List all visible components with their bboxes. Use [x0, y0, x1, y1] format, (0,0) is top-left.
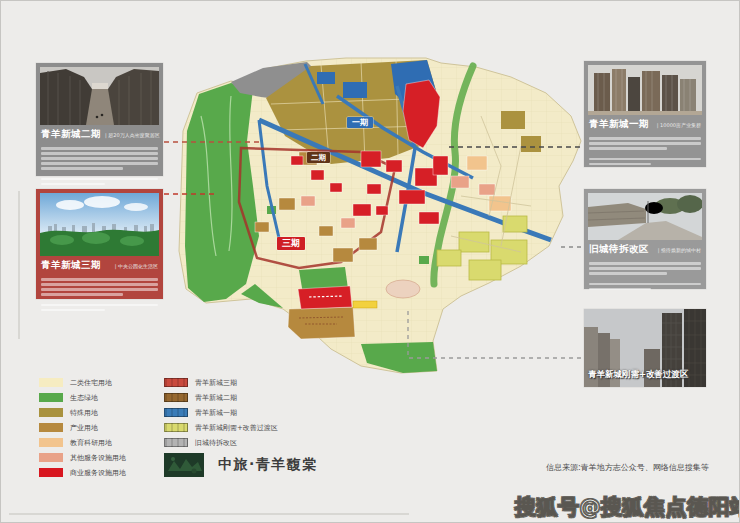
planning-map: [171, 56, 589, 376]
card-body-text: [36, 142, 163, 185]
legend-label: 青羊新城一期: [195, 408, 237, 418]
legend-swatch: [39, 408, 63, 417]
card-subtitle: | 10000亩产业集群: [657, 122, 701, 128]
card-oldtown: 旧城待拆改区 | 亟待焕新的城中村: [584, 189, 706, 289]
map-label-phase3: 三期: [277, 237, 305, 250]
card-phase1: 青羊新城一期 | 10000亩产业集群: [584, 61, 706, 167]
watermark-text: 搜狐号@搜狐焦点德阳站: [515, 493, 740, 521]
legend-item: 青羊新城刚需+改善过渡区: [164, 420, 278, 435]
logo-image: [164, 453, 204, 477]
card-title: 青羊新城一期: [589, 118, 649, 131]
phase1-photo: [588, 65, 702, 115]
legend-swatch: [164, 423, 188, 432]
legend-label: 其他服务设施用地: [70, 453, 126, 463]
legend-label: 二类住宅用地: [70, 378, 112, 388]
card-body-text: [584, 132, 706, 165]
legend-label: 青羊新城刚需+改善过渡区: [195, 423, 278, 433]
card-subtitle: | 超20万人高密度聚居区: [105, 132, 160, 138]
legend-swatch: [164, 408, 188, 417]
logo-text: 中旅·青羊馥棠: [218, 456, 318, 474]
legend-item: 特殊用地: [39, 405, 126, 420]
brand-logo: 中旅·青羊馥棠: [164, 453, 318, 477]
edge-micro-text-left: [18, 191, 20, 339]
phase3-photo: [40, 193, 159, 256]
card-transition: 青羊新城刚需+改善过渡区: [584, 309, 706, 387]
legend-label: 生态绿地: [70, 393, 98, 403]
legend-item: 青羊新城二期: [164, 390, 278, 405]
transition-caption: 青羊新城刚需+改善过渡区: [584, 369, 706, 381]
legend-label: 特殊用地: [70, 408, 98, 418]
legend-label: 商业服务设施用地: [70, 468, 126, 478]
legend-swatch: [39, 423, 63, 432]
card-body-text: [36, 273, 163, 311]
card-phase3: 青羊新城三期 | 中央公园化生活区: [36, 189, 163, 299]
legend-swatch: [164, 378, 188, 387]
legend-phases: 青羊新城三期 青羊新城二期 青羊新城一期 青羊新城刚需+改善过渡区 旧城待拆改区: [164, 375, 278, 450]
map-label-phase2: 二期: [307, 152, 330, 163]
card-phase2: 青羊新城二期 | 超20万人高密度聚居区: [36, 63, 163, 176]
card-title: 青羊新城三期: [41, 259, 101, 272]
card-title: 青羊新城二期: [41, 128, 101, 141]
legend-item: 教育科研用地: [39, 435, 126, 450]
card-title: 旧城待拆改区: [589, 243, 649, 256]
legend-item: 生态绿地: [39, 390, 126, 405]
legend-item: 商业服务设施用地: [39, 465, 126, 480]
legend-swatch: [39, 438, 63, 447]
legend-label: 产业用地: [70, 423, 98, 433]
card-subtitle: | 亟待焕新的城中村: [658, 247, 701, 253]
infographic-page: 一期 二期 三期 青羊新城二期 | 超20万人高密度聚居区: [0, 0, 740, 523]
legend-item: 青羊新城一期: [164, 405, 278, 420]
legend-label: 青羊新城二期: [195, 393, 237, 403]
card-subtitle: | 中央公园化生活区: [115, 263, 158, 269]
legend-swatch: [164, 393, 188, 402]
legend-land-use: 二类住宅用地 生态绿地 特殊用地 产业用地 教育科研用地 其他服务设施用地 商业…: [39, 375, 126, 480]
legend-label: 旧城待拆改区: [195, 438, 237, 448]
legend-swatch: [39, 378, 63, 387]
legend-item: 旧城待拆改区: [164, 435, 278, 450]
legend-swatch: [39, 468, 63, 477]
legend-item: 产业用地: [39, 420, 126, 435]
card-body-text: [584, 257, 706, 290]
legend-item: 其他服务设施用地: [39, 450, 126, 465]
legend-label: 青羊新城三期: [195, 378, 237, 388]
legend-swatch: [164, 438, 188, 447]
legend-swatch: [39, 453, 63, 462]
legend-swatch: [39, 393, 63, 402]
info-source-text: 信息来源:青羊地方志公众号、网络信息搜集等: [546, 462, 709, 473]
legend-item: 青羊新城三期: [164, 375, 278, 390]
legend-label: 教育科研用地: [70, 438, 112, 448]
oldtown-photo: [588, 193, 702, 240]
phase2-photo: [40, 67, 159, 125]
map-label-phase1: 一期: [347, 117, 373, 128]
legend-item: 二类住宅用地: [39, 375, 126, 390]
edge-micro-text-bottom: [9, 513, 409, 515]
